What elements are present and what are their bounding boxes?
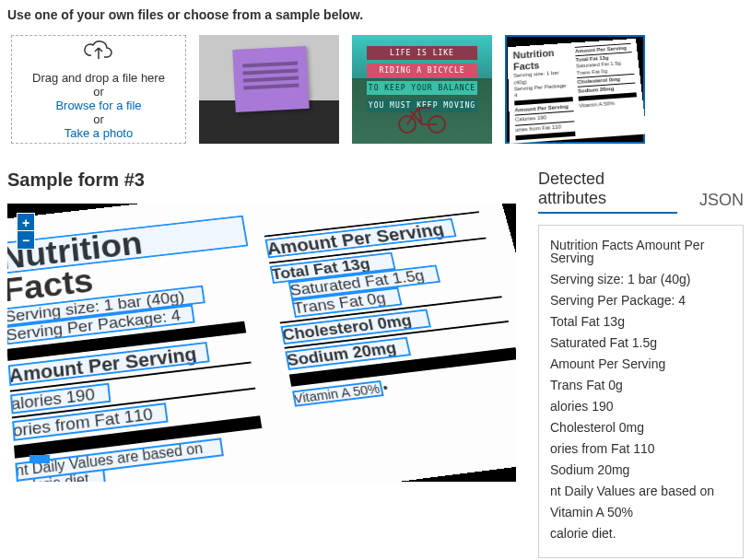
file-dropzone[interactable]: Drag and drop a file here or Browse for …: [11, 35, 186, 144]
attr-line: alories 190: [550, 400, 732, 413]
sample-thumbnail-1[interactable]: [199, 35, 339, 144]
bicycle-icon: [394, 100, 450, 136]
tab-detected-attributes[interactable]: Detected attributes: [538, 169, 677, 214]
zoom-in-button[interactable]: +: [17, 213, 35, 231]
sample-thumbnail-3[interactable]: Nutrition Facts Serving size: 1 bar (40g…: [505, 35, 645, 144]
quote-line-2: RIDING A BICYCLE: [367, 64, 477, 77]
attr-line: Sodium 20mg: [550, 463, 732, 476]
tab-json[interactable]: JSON: [699, 191, 744, 214]
attr-line: Cholesterol 0mg: [550, 421, 732, 434]
or-text-1: or: [93, 85, 104, 99]
quote-line-1: LIFE IS LIKE: [367, 46, 477, 60]
attr-line: Nutrition Facts Amount Per Serving: [550, 239, 732, 264]
attr-line: Amount Per Serving: [550, 357, 732, 370]
attr-line: Trans Fat 0g: [550, 379, 732, 391]
progress-indicator: [29, 455, 50, 463]
quote-line-3: TO KEEP YOUR BALANCE: [367, 81, 477, 95]
or-text-2: or: [93, 112, 104, 126]
attr-line: nt Daily Values are based on: [550, 484, 732, 497]
attr-line: Total Fat 13g: [550, 315, 732, 328]
cloud-upload-icon: [83, 39, 114, 65]
detected-attributes-panel: Nutrition Facts Amount Per Serving Servi…: [538, 225, 744, 558]
browse-file-link[interactable]: Browse for a file: [55, 99, 141, 112]
result-tabs: Detected attributes JSON: [538, 169, 744, 214]
zoom-out-button[interactable]: −: [17, 231, 35, 250]
attr-line: calorie diet.: [550, 527, 732, 540]
sample-row: Drag and drop a file here or Browse for …: [7, 35, 744, 144]
attr-line: Vitamin A 50%: [550, 506, 732, 519]
attr-line: Saturated Fat 1.5g: [550, 336, 732, 349]
sample-thumbnail-2[interactable]: LIFE IS LIKE RIDING A BICYCLE TO KEEP YO…: [352, 35, 492, 144]
attr-line: Serving size: 1 bar (40g): [550, 273, 732, 286]
instruction-text: Use one of your own files or choose from…: [7, 7, 744, 22]
sample-form-title: Sample form #3: [7, 169, 516, 191]
image-viewer[interactable]: + − Nutrition Facts Serving size: 1 bar …: [7, 204, 516, 482]
take-photo-link[interactable]: Take a photo: [65, 126, 133, 140]
attr-line: ories from Fat 110: [550, 442, 732, 455]
drag-drop-label: Drag and drop a file here: [32, 71, 165, 85]
attr-line: Serving Per Package: 4: [550, 294, 732, 307]
